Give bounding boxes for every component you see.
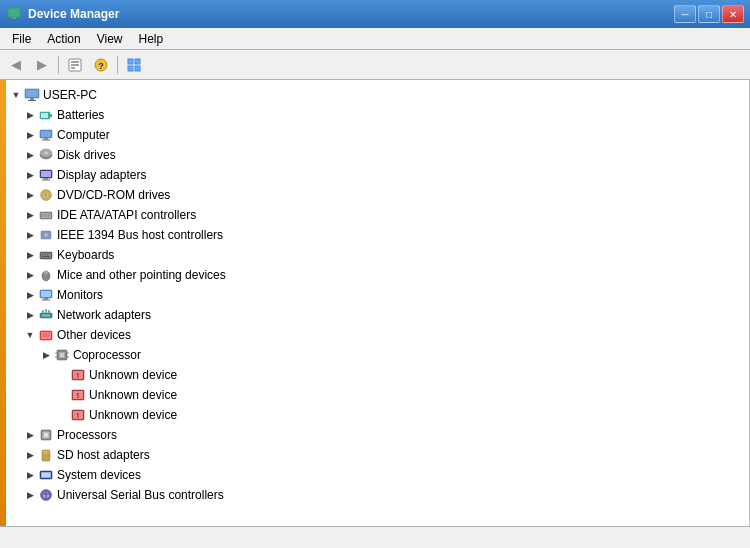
- close-button[interactable]: ✕: [722, 5, 744, 23]
- sd-label: SD host adapters: [57, 446, 150, 464]
- tree-node-unknown-1[interactable]: ▶ ! Unknown device: [6, 365, 749, 385]
- title-bar: Device Manager ─ □ ✕: [0, 0, 750, 28]
- disk-icon: [38, 147, 54, 163]
- svg-rect-55: [42, 315, 50, 317]
- svg-rect-63: [41, 332, 51, 339]
- svg-rect-12: [135, 66, 140, 71]
- maximize-button[interactable]: □: [698, 5, 720, 23]
- network-icon: [38, 307, 54, 323]
- svg-rect-42: [41, 253, 51, 258]
- help-button[interactable]: ?: [89, 54, 113, 76]
- svg-rect-21: [44, 138, 48, 140]
- unknown-device-icon-3: !: [70, 407, 86, 423]
- svg-point-33: [45, 194, 47, 196]
- tree-node-user-pc[interactable]: ▼ USER-PC: [6, 85, 749, 105]
- tree-node-monitors[interactable]: ▶ Monitors: [6, 285, 749, 305]
- svg-rect-43: [42, 254, 44, 255]
- tree-node-computer[interactable]: ▶ Computer: [6, 125, 749, 145]
- computer-icon: [24, 87, 40, 103]
- tree-node-ide[interactable]: ▶ IDE ATA/ATAPI controllers: [6, 205, 749, 225]
- expand-icon-monitors: ▶: [22, 287, 38, 303]
- tree-node-keyboards[interactable]: ▶ Keyboards: [6, 245, 749, 265]
- svg-rect-53: [42, 300, 50, 301]
- tree-node-ieee[interactable]: ▶ IEEE 1394 Bus host controllers: [6, 225, 749, 245]
- svg-rect-18: [50, 114, 52, 117]
- tree-node-other-devices[interactable]: ▼ Other devices: [6, 325, 749, 345]
- tree-node-disk[interactable]: ▶ Disk drives: [6, 145, 749, 165]
- svg-point-59: [42, 310, 44, 312]
- sd-icon: [38, 447, 54, 463]
- tree-node-usb[interactable]: ▶ Universal Serial Bus controllers: [6, 485, 749, 505]
- display-label: Display adapters: [57, 166, 146, 184]
- processors-label: Processors: [57, 426, 117, 444]
- tree-node-dvd[interactable]: ▶ DVD/CD-ROM drives: [6, 185, 749, 205]
- svg-rect-44: [45, 254, 47, 255]
- svg-point-40: [44, 233, 48, 237]
- expand-icon-system: ▶: [22, 467, 38, 483]
- tree-node-sd[interactable]: ▶ SD host adapters: [6, 445, 749, 465]
- svg-rect-23: [41, 131, 51, 137]
- expand-icon-sd: ▶: [22, 447, 38, 463]
- svg-rect-30: [41, 171, 51, 177]
- keyboard-icon: [38, 247, 54, 263]
- menu-action[interactable]: Action: [39, 30, 88, 48]
- unknown-device-label-3: Unknown device: [89, 406, 177, 424]
- main-area: ▼ USER-PC ▶: [0, 80, 750, 526]
- batteries-label: Batteries: [57, 106, 104, 124]
- menu-view[interactable]: View: [89, 30, 131, 48]
- svg-rect-1: [12, 17, 16, 19]
- svg-rect-16: [26, 90, 38, 97]
- svg-rect-2: [10, 19, 18, 20]
- tree-node-unknown-3[interactable]: ▶ ! Unknown device: [6, 405, 749, 425]
- dvd-icon: [38, 187, 54, 203]
- app-icon: [6, 6, 22, 22]
- properties-button[interactable]: [63, 54, 87, 76]
- svg-rect-19: [41, 113, 48, 118]
- processor-icon: [38, 427, 54, 443]
- tree-node-coprocessor[interactable]: ▶ Coprocessor: [6, 345, 749, 365]
- system-label: System devices: [57, 466, 141, 484]
- expand-icon-root: ▼: [8, 87, 24, 103]
- expand-icon-mice: ▶: [22, 267, 38, 283]
- svg-rect-29: [42, 180, 50, 181]
- tree-node-batteries[interactable]: ▶ Batteries: [6, 105, 749, 125]
- svg-rect-84: [44, 433, 48, 437]
- tree-node-unknown-2[interactable]: ▶ ! Unknown device: [6, 385, 749, 405]
- forward-button[interactable]: ▶: [30, 54, 54, 76]
- expand-icon-usb: ▶: [22, 487, 38, 503]
- expand-icon-display: ▶: [22, 167, 38, 183]
- menu-file[interactable]: File: [4, 30, 39, 48]
- root-label: USER-PC: [43, 86, 97, 104]
- ide-icon: [38, 207, 54, 223]
- tree-node-mice[interactable]: ▶ Mice and other pointing devices: [6, 265, 749, 285]
- other-devices-icon: [38, 327, 54, 343]
- tree-node-display[interactable]: ▶ Display adapters: [6, 165, 749, 185]
- ieee-label: IEEE 1394 Bus host controllers: [57, 226, 223, 244]
- mice-label: Mice and other pointing devices: [57, 266, 226, 284]
- svg-point-26: [44, 152, 48, 155]
- unknown-device-label-1: Unknown device: [89, 366, 177, 384]
- unknown-device-icon-1: !: [70, 367, 86, 383]
- ide-label: IDE ATA/ATAPI controllers: [57, 206, 196, 224]
- tree-panel[interactable]: ▼ USER-PC ▶: [6, 80, 750, 526]
- other-devices-label: Other devices: [57, 326, 131, 344]
- tree-node-system[interactable]: ▶ System devices: [6, 465, 749, 485]
- monitor-icon: [38, 287, 54, 303]
- back-button[interactable]: ◀: [4, 54, 28, 76]
- tree-node-processors[interactable]: ▶ Processors: [6, 425, 749, 445]
- network-label: Network adapters: [57, 306, 151, 324]
- svg-point-49: [44, 271, 48, 274]
- tree-root: ▼ USER-PC ▶: [6, 84, 749, 506]
- window-title: Device Manager: [28, 7, 674, 21]
- expand-icon-keyboards: ▶: [22, 247, 38, 263]
- computer-label: Computer: [57, 126, 110, 144]
- svg-rect-9: [128, 59, 133, 64]
- menu-help[interactable]: Help: [131, 30, 172, 48]
- minimize-button[interactable]: ─: [674, 5, 696, 23]
- svg-rect-15: [28, 100, 36, 101]
- expand-icon-ieee: ▶: [22, 227, 38, 243]
- mouse-icon: [38, 267, 54, 283]
- tree-node-network[interactable]: ▶ Network adapters: [6, 305, 749, 325]
- view-button[interactable]: [122, 54, 146, 76]
- unknown-device-icon-2: !: [70, 387, 86, 403]
